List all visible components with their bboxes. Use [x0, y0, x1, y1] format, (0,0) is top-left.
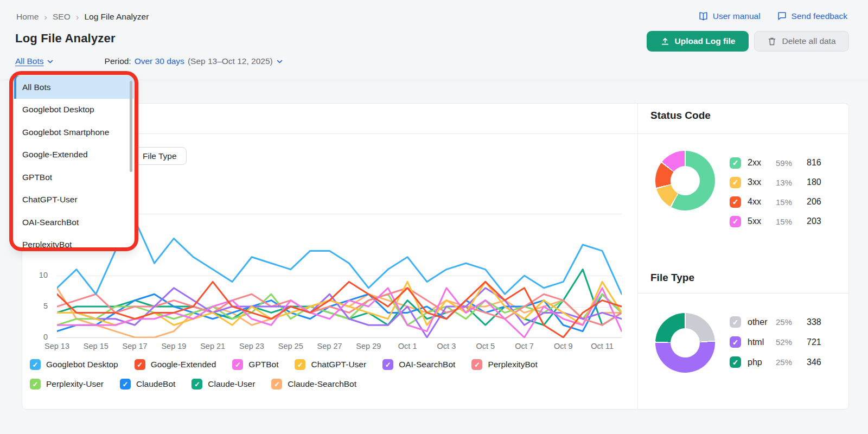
file-type-divider — [638, 293, 849, 293]
filter-row: All Bots Period: Over 30 days (Sep 13–Oc… — [15, 56, 283, 66]
chart-legend-row-1: ✓Googlebot Desktop✓Google-Extended✓GPTBo… — [30, 359, 538, 370]
card-header-divider — [22, 133, 849, 134]
file-type-legend-percent: 25% — [776, 358, 807, 367]
legend-label: GPTBot — [248, 360, 278, 369]
period-range: (Sep 13–Oct 12, 2025) — [188, 56, 273, 66]
line-googlebot-desktop — [57, 220, 622, 294]
action-buttons: Upload Log file Delete all data — [647, 31, 849, 52]
status-code-legend-percent: 59% — [776, 158, 807, 168]
checkbox-checked-icon[interactable]: ✓ — [730, 216, 741, 227]
period-selector[interactable]: Period: Over 30 days (Sep 13–Oct 12, 202… — [105, 56, 283, 66]
breadcrumb-item-seo[interactable]: SEO — [53, 12, 71, 22]
checkbox-checked-icon: ✓ — [30, 379, 41, 390]
bot-filter-selector[interactable]: All Bots — [15, 56, 54, 66]
dropdown-list: All BotsGooglebot DesktopGooglebot Smart… — [14, 76, 134, 250]
bot-hits-line-chart — [57, 212, 622, 338]
legend-item-googlebot-desktop[interactable]: ✓Googlebot Desktop — [30, 359, 118, 370]
legend-label: Claude-User — [208, 379, 255, 389]
file-type-legend-row-html: ✓html52%721 — [730, 332, 821, 352]
file-type-legend-percent: 52% — [776, 337, 807, 347]
file-type-chip[interactable]: File Type — [133, 147, 187, 165]
x-tick-label-sep-23: Sep 23 — [230, 342, 273, 350]
legend-item-perplexity-user[interactable]: ✓Perplexity-User — [30, 379, 104, 390]
legend-item-chatgpt-user[interactable]: ✓ChatGPT-User — [295, 359, 366, 370]
file-type-legend-count: 338 — [807, 317, 821, 327]
status-code-donut-chart — [655, 151, 715, 210]
legend-item-perplexitybot[interactable]: ✓PerplexityBot — [471, 359, 537, 370]
x-tick-label-sep-27: Sep 27 — [308, 342, 352, 350]
x-tick-label-oct-7: Oct 7 — [503, 342, 546, 350]
x-tick-label-oct-1: Oct 1 — [386, 342, 429, 350]
dropdown-item-gptbot[interactable]: GPTBot — [14, 166, 134, 189]
x-tick-label-oct-5: Oct 5 — [464, 342, 507, 350]
status-code-legend-row-3xx: ✓3xx13%180 — [730, 173, 821, 192]
legend-label: Google-Extended — [151, 360, 216, 369]
chart-legend-row-2: ✓Perplexity-User✓ClaudeBot✓Claude-User✓C… — [30, 379, 356, 390]
x-tick-label-oct-3: Oct 3 — [425, 342, 468, 350]
chevron-down-icon — [276, 58, 283, 65]
donut-hole — [671, 328, 700, 358]
book-icon — [698, 11, 709, 21]
file-type-donut-chart — [655, 313, 715, 373]
checkbox-checked-icon: ✓ — [382, 359, 393, 370]
chevron-right-icon: › — [76, 12, 79, 22]
checkbox-checked-icon: ✓ — [295, 359, 305, 370]
y-tick-label-5: 5 — [21, 302, 48, 310]
checkbox-checked-icon: ✓ — [135, 359, 145, 370]
breadcrumb-item-home[interactable]: Home — [16, 12, 39, 22]
checkbox-checked-icon[interactable]: ✓ — [730, 157, 741, 169]
file-type-legend-row-other: ✓other25%338 — [730, 312, 821, 332]
checkbox-checked-icon[interactable]: ✓ — [730, 177, 741, 188]
dropdown-item-all-bots[interactable]: All Bots — [14, 76, 134, 99]
status-code-legend-label: 3xx — [748, 177, 776, 187]
trash-icon — [767, 36, 777, 46]
period-value: Over 30 days — [135, 56, 184, 66]
upload-log-file-button[interactable]: Upload Log file — [647, 31, 749, 52]
checkbox-checked-icon[interactable]: ✓ — [730, 196, 741, 208]
legend-label: Googlebot Desktop — [46, 360, 118, 369]
status-code-legend-percent: 15% — [776, 217, 807, 226]
file-type-legend-label: html — [748, 337, 776, 347]
file-type-legend-row-php: ✓php25%346 — [730, 352, 821, 372]
status-code-legend-label: 5xx — [748, 216, 776, 226]
period-label: Period: — [105, 56, 131, 66]
dropdown-item-perplexitybot[interactable]: PerplexityBot — [14, 234, 134, 251]
legend-item-claude-user[interactable]: ✓Claude-User — [192, 379, 255, 390]
legend-label: ChatGPT-User — [311, 360, 366, 369]
legend-item-oai-searchbot[interactable]: ✓OAI-SearchBot — [382, 359, 455, 370]
legend-item-claudebot[interactable]: ✓ClaudeBot — [120, 379, 175, 390]
dropdown-scrollbar[interactable] — [130, 81, 132, 172]
status-code-legend-count: 816 — [807, 158, 821, 168]
checkbox-checked-icon[interactable]: ✓ — [730, 356, 741, 368]
checkbox-checked-icon[interactable]: ✓ — [730, 316, 741, 328]
dropdown-item-google-extended[interactable]: Google-Extended — [14, 144, 134, 167]
send-feedback-label: Send feedback — [792, 11, 847, 21]
status-code-legend: ✓2xx59%816✓3xx13%180✓4xx15%206✓5xx15%203 — [730, 153, 821, 231]
status-code-legend-label: 4xx — [748, 197, 776, 207]
user-manual-link[interactable]: User manual — [698, 11, 761, 21]
dropdown-item-oai-searchbot[interactable]: OAI-SearchBot — [14, 211, 134, 234]
status-code-legend-percent: 13% — [776, 178, 807, 187]
send-feedback-link[interactable]: Send feedback — [777, 11, 847, 21]
legend-item-google-extended[interactable]: ✓Google-Extended — [135, 359, 216, 370]
dropdown-item-chatgpt-user[interactable]: ChatGPT-User — [14, 189, 134, 212]
delete-all-data-button[interactable]: Delete all data — [754, 31, 849, 52]
legend-item-claude-searchbot[interactable]: ✓Claude-SearchBot — [271, 379, 356, 390]
checkbox-checked-icon[interactable]: ✓ — [730, 336, 741, 348]
feedback-icon — [777, 11, 787, 21]
status-code-legend-count: 180 — [807, 177, 821, 187]
x-tick-label-sep-25: Sep 25 — [269, 342, 312, 350]
x-tick-label-sep-29: Sep 29 — [347, 342, 390, 350]
legend-label: Claude-SearchBot — [288, 379, 356, 389]
legend-label: PerplexityBot — [488, 360, 537, 369]
card-vertical-divider — [637, 104, 638, 409]
y-tick-label-0: 0 — [21, 333, 48, 341]
bot-filter-dropdown: All BotsGooglebot DesktopGooglebot Smart… — [14, 75, 135, 250]
dropdown-item-googlebot-desktop[interactable]: Googlebot Desktop — [14, 99, 134, 122]
breadcrumb: Home›SEO›Log File Analyzer — [16, 12, 149, 22]
legend-label: ClaudeBot — [136, 379, 175, 389]
dropdown-item-googlebot-smartphone[interactable]: Googlebot Smartphone — [14, 121, 134, 144]
x-tick-label-sep-19: Sep 19 — [152, 342, 195, 350]
status-code-legend-row-2xx: ✓2xx59%816 — [730, 153, 821, 173]
legend-item-gptbot[interactable]: ✓GPTBot — [232, 359, 278, 370]
